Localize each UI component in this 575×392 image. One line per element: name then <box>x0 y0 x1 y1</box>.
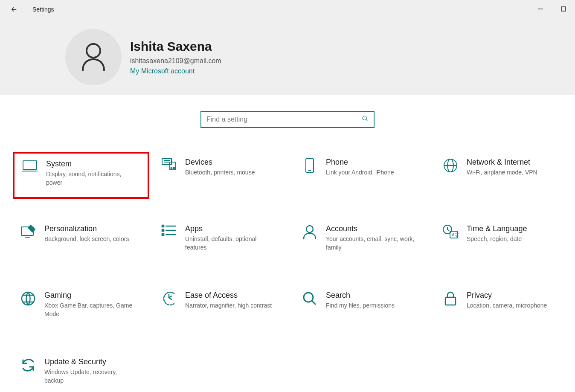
minimize-button[interactable] <box>537 6 543 12</box>
svg-point-30 <box>22 292 35 305</box>
category-desc: Display, sound, notifications, power <box>46 170 136 187</box>
search-row <box>0 111 575 128</box>
window-controls <box>537 6 566 12</box>
svg-rect-20 <box>162 225 164 227</box>
phone-icon <box>299 158 320 175</box>
category-title: Time & Language <box>467 224 527 233</box>
category-desc: Uninstall, defaults, optional features <box>185 235 275 252</box>
category-title: Update & Security <box>44 357 134 366</box>
category-title: Search <box>326 291 395 300</box>
personalization-icon <box>18 224 38 241</box>
category-update-security[interactable]: Update & Security Windows Update, recove… <box>13 351 149 392</box>
category-texts: Update & Security Windows Update, recove… <box>44 357 134 392</box>
category-privacy[interactable]: Privacy Location, camera, microphone <box>435 285 572 332</box>
category-personalization[interactable]: Personalization Background, lock screen,… <box>13 218 149 265</box>
svg-rect-5 <box>23 161 37 169</box>
category-desc: Narrator, magnifier, high contrast <box>185 302 272 310</box>
avatar-icon <box>80 42 107 72</box>
category-desc: Wi-Fi, airplane mode, VPN <box>467 168 537 177</box>
category-texts: Devices Bluetooth, printers, mouse <box>185 158 255 193</box>
category-system[interactable]: System Display, sound, notifications, po… <box>13 152 149 199</box>
category-texts: Gaming Xbox Game Bar, captures, Game Mod… <box>44 291 134 326</box>
svg-point-11 <box>171 168 172 169</box>
category-apps[interactable]: Apps Uninstall, defaults, optional featu… <box>154 218 290 265</box>
avatar[interactable] <box>65 29 122 85</box>
maximize-button[interactable] <box>560 6 566 12</box>
accounts-icon <box>299 224 320 241</box>
category-devices[interactable]: Devices Bluetooth, printers, mouse <box>154 152 290 199</box>
category-texts: Search Find my files, permissions <box>326 291 395 326</box>
ease-of-access-icon <box>159 291 179 308</box>
svg-rect-33 <box>445 297 456 305</box>
category-texts: Ease of Access Narrator, magnifier, high… <box>185 291 272 326</box>
svg-text:A字: A字 <box>452 232 459 237</box>
gaming-icon <box>18 291 38 308</box>
category-title: Accounts <box>326 224 415 233</box>
svg-rect-22 <box>162 229 164 231</box>
privacy-icon <box>440 291 461 308</box>
category-desc: Link your Android, iPhone <box>326 168 394 177</box>
update-icon <box>18 357 38 375</box>
back-button[interactable] <box>10 6 18 13</box>
category-phone[interactable]: Phone Link your Android, iPhone <box>294 152 431 199</box>
category-texts: Apps Uninstall, defaults, optional featu… <box>185 224 275 259</box>
globe-icon <box>440 158 461 175</box>
category-desc: Xbox Game Bar, captures, Game Mode <box>44 302 134 318</box>
category-search[interactable]: Search Find my files, permissions <box>294 285 431 332</box>
category-desc: Windows Update, recovery, backup <box>44 368 134 385</box>
category-texts: System Display, sound, notifications, po… <box>46 160 136 191</box>
search-box[interactable] <box>200 111 375 128</box>
category-title: Apps <box>185 224 275 233</box>
svg-point-12 <box>174 168 175 169</box>
svg-line-4 <box>366 119 367 121</box>
category-title: Gaming <box>44 291 134 300</box>
profile-area: Ishita Saxena ishitasaxena2109@gmail.com… <box>0 19 575 85</box>
category-title: Privacy <box>467 291 547 300</box>
category-desc: Find my files, permissions <box>326 302 395 310</box>
category-ease-of-access[interactable]: Ease of Access Narrator, magnifier, high… <box>154 285 290 332</box>
svg-rect-1 <box>561 7 566 11</box>
category-desc: Bluetooth, printers, mouse <box>185 168 255 177</box>
svg-line-32 <box>312 301 316 305</box>
category-desc: Speech, region, date <box>467 235 527 244</box>
profile-texts: Ishita Saxena ishitasaxena2109@gmail.com… <box>130 39 221 75</box>
category-desc: Location, camera, microphone <box>467 302 547 310</box>
category-title: Ease of Access <box>185 291 272 300</box>
category-title: Devices <box>185 158 255 167</box>
category-texts: Network & Internet Wi-Fi, airplane mode,… <box>467 158 537 193</box>
category-gaming[interactable]: Gaming Xbox Game Bar, captures, Game Mod… <box>13 285 149 332</box>
maximize-icon <box>561 6 566 12</box>
devices-icon <box>159 158 179 175</box>
svg-point-26 <box>306 226 313 232</box>
microsoft-account-link[interactable]: My Microsoft account <box>130 67 221 75</box>
svg-rect-24 <box>162 234 164 235</box>
category-title: Phone <box>326 158 394 167</box>
category-texts: Phone Link your Android, iPhone <box>326 158 394 193</box>
category-title: Network & Internet <box>467 158 537 167</box>
header-bar: Settings Ishita Saxena ishitasaxena2109@… <box>0 0 575 95</box>
category-desc: Your accounts, email, sync, work, family <box>326 235 415 252</box>
category-network[interactable]: Network & Internet Wi-Fi, airplane mode,… <box>435 152 572 199</box>
category-time-language[interactable]: A字 Time & Language Speech, region, date <box>435 218 572 265</box>
profile-name: Ishita Saxena <box>130 39 221 54</box>
time-language-icon: A字 <box>440 224 461 241</box>
arrow-left-icon <box>10 6 18 13</box>
search-input[interactable] <box>206 116 362 123</box>
svg-point-2 <box>87 44 100 58</box>
category-texts: Personalization Background, lock screen,… <box>44 224 129 259</box>
categories-grid: System Display, sound, notifications, po… <box>0 128 575 392</box>
category-texts: Accounts Your accounts, email, sync, wor… <box>326 224 415 259</box>
minimize-icon <box>538 6 543 12</box>
apps-icon <box>159 224 179 241</box>
category-texts: Privacy Location, camera, microphone <box>467 291 547 326</box>
profile-email: ishitasaxena2109@gmail.com <box>130 57 221 65</box>
svg-point-31 <box>304 293 313 302</box>
svg-point-3 <box>363 116 366 120</box>
category-title: Personalization <box>44 224 129 233</box>
window-title: Settings <box>32 6 54 13</box>
category-accounts[interactable]: Accounts Your accounts, email, sync, wor… <box>294 218 431 265</box>
search-icon <box>362 115 369 124</box>
category-desc: Background, lock screen, colors <box>44 235 129 244</box>
category-title: System <box>46 160 136 168</box>
title-row: Settings <box>0 0 575 19</box>
